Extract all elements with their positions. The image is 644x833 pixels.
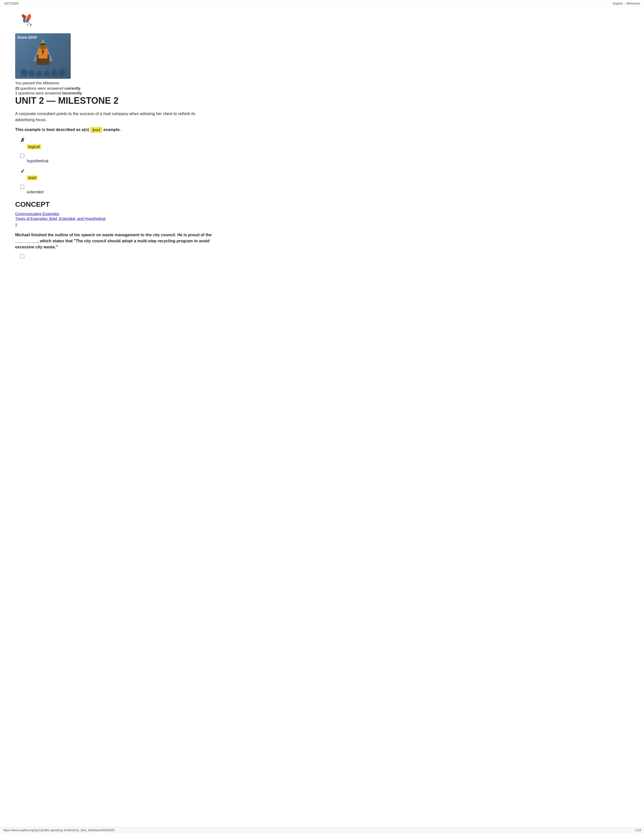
svg-rect-17 [21, 72, 27, 76]
option-logical-label: logical [27, 145, 41, 149]
check-icon: ✓ [20, 168, 25, 175]
cross-icon: ✗ [20, 137, 25, 144]
svg-point-6 [30, 24, 32, 25]
svg-rect-25 [52, 73, 57, 76]
svg-rect-21 [37, 74, 42, 76]
option-hypothetical: hypothetical [20, 154, 212, 163]
question-2-block: Michael finished the outline of his spee… [15, 232, 212, 259]
hero-image: Score 22/25 [15, 33, 71, 79]
concept-heading: CONCEPT [15, 200, 212, 209]
options-list-2 [15, 254, 212, 259]
question-1-text: A corporate consultant points to the suc… [15, 111, 212, 123]
option-logical: ✗ logical [20, 137, 212, 149]
svg-rect-23 [44, 74, 49, 76]
question-1-block: A corporate consultant points to the suc… [15, 111, 212, 195]
prompt-after: example. [103, 127, 121, 132]
svg-rect-13 [42, 47, 44, 47]
browser-title: Sophia :: Welcome [612, 2, 640, 5]
prompt-before: This example is best described as a(n) [15, 127, 89, 132]
option-extended-label: extended [27, 190, 43, 194]
checkbox-q2-1 [20, 254, 24, 258]
checkbox-extended [20, 185, 24, 189]
question-2-text: Michael finished the outline of his spee… [15, 232, 212, 250]
options-list-1: ✗ logical hypothetical ✓ [15, 137, 212, 195]
svg-point-8 [30, 25, 31, 26]
sophia-logo [15, 12, 212, 31]
concept-section: CONCEPT Communicating Examples Types of … [15, 200, 212, 227]
svg-rect-19 [29, 73, 34, 76]
checkbox-hypothetical [20, 154, 24, 158]
milestone-title: UNIT 2 — MILESTONE 2 [15, 96, 212, 106]
option-brief: ✓ brief [20, 168, 212, 180]
incorrect-line: 3 questions were answered incorrectly. [15, 91, 212, 95]
concept-links[interactable]: Communicating Examples Types of Examples… [15, 212, 212, 220]
answer-fill: Brief [90, 127, 103, 133]
option-q2-1 [20, 254, 212, 259]
passed-text: You passed this Milestone [15, 81, 212, 85]
correct-line: 22 questions were answered correctly. [15, 86, 212, 90]
concept-number: 2 [15, 223, 212, 227]
answer-prompt: This example is best described as a(n) B… [15, 127, 212, 133]
svg-point-7 [27, 24, 28, 26]
option-hypothetical-label: hypothetical [27, 159, 48, 163]
concept-link-types[interactable]: Types of Examples: Brief, Extended, and … [15, 216, 212, 220]
concept-link-communicating[interactable]: Communicating Examples [15, 212, 212, 216]
option-brief-label: brief [27, 175, 38, 180]
option-extended: extended [20, 185, 212, 195]
browser-date: 10/7/2020 [4, 2, 19, 5]
page-content: Score 22/25 [0, 7, 227, 275]
svg-rect-15 [42, 50, 44, 52]
browser-bar: 10/7/2020 Sophia :: Welcome [0, 0, 644, 7]
score-label: Score 22/25 [17, 35, 37, 39]
svg-rect-27 [60, 72, 64, 76]
svg-point-5 [28, 22, 30, 24]
